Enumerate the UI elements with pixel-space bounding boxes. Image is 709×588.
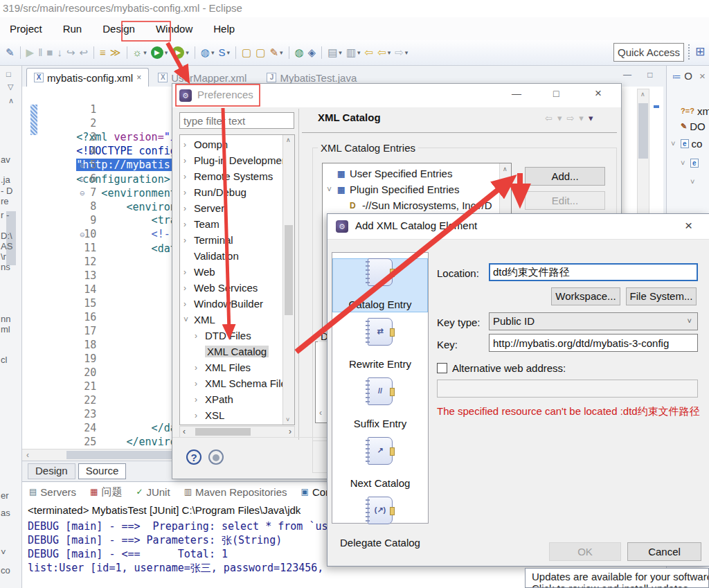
toolbar-icon[interactable] bbox=[93, 46, 94, 59]
chevron-down-icon[interactable]: ˅ bbox=[681, 159, 688, 167]
toolbar-icon[interactable]: ◍ ▾ bbox=[199, 44, 216, 61]
toolbar-icon[interactable] bbox=[195, 46, 195, 59]
toolbar-icon[interactable]: ✎ ▾ bbox=[268, 44, 284, 61]
preferences-filter-input[interactable] bbox=[179, 112, 294, 129]
menu-item[interactable]: Window bbox=[152, 21, 197, 37]
view-menu-icon[interactable]: ▽ bbox=[8, 82, 13, 91]
location-input[interactable] bbox=[489, 263, 698, 281]
tree-chevron-icon[interactable]: › bbox=[195, 379, 205, 389]
outline-item[interactable]: ✎ DO bbox=[671, 119, 706, 133]
quick-access-box[interactable]: Quick Access bbox=[613, 43, 684, 62]
preferences-tree-item[interactable]: › Team bbox=[180, 216, 294, 232]
tree-chevron-icon[interactable]: › bbox=[195, 331, 205, 341]
close-icon[interactable]: × bbox=[595, 87, 602, 100]
scroll-right-icon[interactable]: › bbox=[289, 427, 291, 436]
cancel-button[interactable]: Cancel bbox=[627, 542, 701, 561]
tree-chevron-icon[interactable]: › bbox=[183, 220, 194, 229]
toolbar-icon[interactable]: ▶ bbox=[25, 44, 36, 61]
nav-arrow-icon[interactable]: ⇦ bbox=[545, 113, 553, 123]
menu-item[interactable]: Project bbox=[6, 21, 46, 37]
outline-item[interactable]: ?=? xm bbox=[671, 104, 709, 118]
toolbar-icon[interactable]: ↓ bbox=[55, 44, 64, 61]
toolbar-icon[interactable] bbox=[20, 46, 21, 59]
preferences-tree-item[interactable]: › XML Files bbox=[180, 359, 294, 375]
toolbar-icon[interactable]: S ▾ bbox=[217, 44, 231, 61]
restore-view-icon[interactable]: □ bbox=[6, 70, 11, 78]
record-icon[interactable] bbox=[208, 449, 224, 465]
add-button[interactable]: Add... bbox=[525, 167, 605, 186]
tree-chevron-icon[interactable]: › bbox=[183, 235, 194, 245]
scrollbar-thumb[interactable] bbox=[638, 103, 648, 159]
preferences-tree-item[interactable]: › DTD Files bbox=[180, 328, 294, 344]
preferences-tree-item[interactable]: › Web Services bbox=[180, 280, 294, 296]
tree-horizontal-scrollbar[interactable]: ‹ › bbox=[179, 426, 295, 438]
update-notification[interactable]: Updates are available for your software … bbox=[525, 568, 709, 588]
tree-chevron-icon[interactable]: › bbox=[195, 363, 205, 373]
menu-item[interactable]: Run bbox=[59, 21, 87, 37]
sash-divider[interactable] bbox=[298, 109, 299, 440]
toolbar-icon[interactable]: ‖ bbox=[37, 44, 44, 61]
keytype-select[interactable]: Public ID ˅ bbox=[489, 312, 698, 330]
filesystem-button[interactable]: File System... bbox=[626, 287, 697, 305]
preferences-tree-item[interactable]: ˅ XML bbox=[180, 312, 294, 328]
nav-arrow-icon[interactable]: ▾ bbox=[589, 113, 593, 123]
tree-chevron-icon[interactable]: › bbox=[195, 395, 205, 404]
minimize-icon[interactable]: — bbox=[512, 88, 521, 99]
close-icon[interactable]: × bbox=[136, 73, 141, 82]
toolbar-icon[interactable] bbox=[289, 46, 289, 59]
ok-button[interactable]: OK bbox=[549, 542, 621, 561]
editor-minmax-icons[interactable]: — □ bbox=[623, 70, 660, 80]
catalog-entry-row[interactable]: D -//Sun Microsystems, Inc.//D bbox=[323, 197, 511, 213]
toolbar-icon[interactable]: ▶ ▾ bbox=[170, 44, 190, 61]
catalog-entry-row[interactable]: ▦ User Specified Entries bbox=[323, 166, 511, 181]
entry-type-item[interactable]: Catalog Entry bbox=[332, 258, 428, 312]
workspace-button[interactable]: Workspace... bbox=[551, 287, 620, 305]
alt-address-input[interactable] bbox=[437, 380, 698, 398]
scroll-up-icon[interactable]: ∧ bbox=[503, 166, 508, 172]
bottom-view-tab[interactable]: ▦ 问题 bbox=[90, 485, 122, 499]
toolbar-icon[interactable]: ▢ bbox=[240, 44, 253, 61]
outline-item[interactable]: ˅ e bbox=[681, 156, 701, 170]
toolbar-icon[interactable]: ▤ ▾ bbox=[326, 44, 343, 61]
tree-vertical-scrollbar[interactable]: ∧ ˅ bbox=[282, 135, 294, 425]
preferences-tree-item[interactable]: › Web bbox=[180, 264, 294, 280]
tree-chevron-icon[interactable]: › bbox=[183, 283, 194, 293]
preferences-tree-item[interactable]: › XPath bbox=[180, 391, 294, 407]
maximize-icon[interactable]: □ bbox=[553, 88, 559, 99]
preferences-tree-item[interactable]: › Run/Debug bbox=[180, 184, 294, 200]
toolbar-icon[interactable]: ⇦ ▾ bbox=[376, 44, 392, 61]
toolbar-icon[interactable]: ≡ bbox=[98, 44, 107, 61]
toolbar-icon[interactable] bbox=[321, 46, 322, 59]
toolbar-icon[interactable]: ▢ bbox=[254, 44, 267, 61]
preferences-tree-item[interactable]: XML Catalog bbox=[180, 344, 294, 359]
scrollbar-thumb[interactable] bbox=[285, 225, 293, 315]
scroll-up-icon[interactable]: ∧ bbox=[8, 96, 14, 105]
scroll-down-icon[interactable]: ˅ bbox=[286, 416, 289, 423]
toolbar-icon[interactable]: ◈ bbox=[307, 44, 318, 61]
scroll-left-icon[interactable]: ‹ bbox=[183, 427, 186, 436]
entry-type-item[interactable]: // Suffix Entry bbox=[332, 377, 428, 431]
preferences-tree-item[interactable]: › Oomph bbox=[180, 136, 294, 152]
preferences-tree-item[interactable]: › Server bbox=[180, 200, 294, 216]
preferences-tree-item[interactable]: › XSL bbox=[180, 407, 294, 423]
toolbar-icon[interactable]: ↪ bbox=[65, 44, 77, 61]
tree-chevron-icon[interactable]: ˅ bbox=[183, 315, 194, 325]
key-input[interactable] bbox=[489, 334, 698, 352]
edit-button[interactable]: Edit... bbox=[525, 191, 605, 210]
toolbar-icon[interactable]: ⇦ bbox=[364, 44, 375, 61]
entry-type-item[interactable]: ⇄ Rewrite Entry bbox=[332, 318, 428, 372]
entry-type-item[interactable]: ↗ Next Catalog bbox=[332, 437, 428, 491]
scroll-left-icon[interactable]: ‹ bbox=[26, 450, 29, 460]
entry-type-item[interactable]: (↗) Delegate Catalog bbox=[332, 497, 428, 551]
nav-arrow-icon[interactable]: ▾ bbox=[557, 113, 562, 123]
bottom-view-tab[interactable]: ▤ Servers bbox=[29, 486, 76, 498]
tree-chevron-icon[interactable]: › bbox=[183, 140, 194, 150]
close-icon[interactable]: × bbox=[699, 70, 706, 82]
bottom-view-tab[interactable]: ▥ Maven Repositories bbox=[184, 486, 287, 498]
nav-arrow-icon[interactable]: ▾ bbox=[579, 113, 584, 123]
preferences-tree-item[interactable]: Validation bbox=[180, 248, 294, 264]
tree-chevron-icon[interactable]: › bbox=[183, 204, 194, 213]
tree-chevron-icon[interactable]: › bbox=[183, 172, 194, 181]
toolbar-icon[interactable] bbox=[235, 46, 236, 59]
tree-chevron-icon[interactable]: › bbox=[195, 411, 205, 420]
